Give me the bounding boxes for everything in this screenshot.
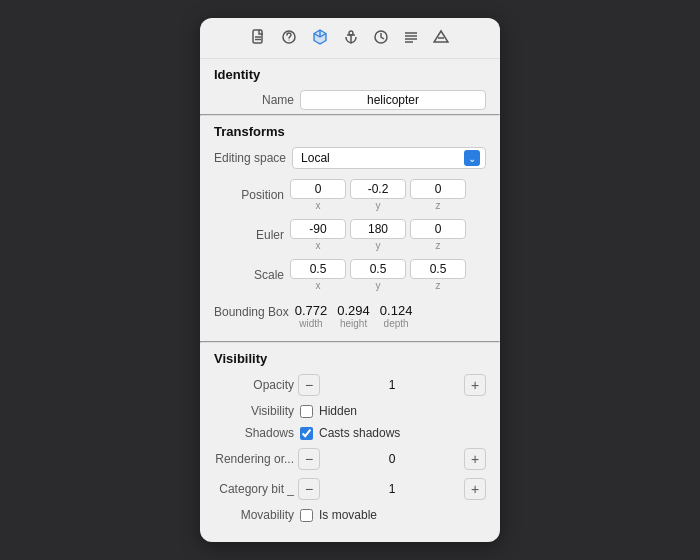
position-y-group: y [350,179,406,211]
scale-x-group: x [290,259,346,291]
bb-width-label: width [299,318,322,329]
euler-z-input[interactable] [410,219,466,239]
position-z-label: z [436,200,441,211]
scale-x-label: x [316,280,321,291]
shadows-row: Shadows Casts shadows [200,422,500,444]
position-x-label: x [316,200,321,211]
visibility-row: Visibility Hidden [200,400,500,422]
opacity-decrease-button[interactable]: − [298,374,320,396]
bb-depth-value: 0.124 [380,303,413,318]
position-xyz: x y z [290,179,466,211]
movability-label: Movability [214,508,294,522]
bounding-box-label: Bounding Box [214,303,289,321]
is-movable-label: Is movable [319,508,377,522]
name-label: Name [214,93,294,107]
position-x-input[interactable] [290,179,346,199]
scale-z-input[interactable] [410,259,466,279]
toolbar [200,18,500,59]
visibility-checkbox[interactable] [300,405,313,418]
rendering-decrease-button[interactable]: − [298,448,320,470]
scale-y-group: y [350,259,406,291]
bb-width-value: 0.772 [295,303,328,318]
scale-xyz: x y z [290,259,466,291]
svg-marker-16 [434,31,448,42]
category-label: Category bit _ [214,482,294,496]
bb-depth-label: depth [384,318,409,329]
file-icon[interactable] [251,29,267,49]
position-label: Position [214,184,284,206]
casts-shadows-label: Casts shadows [319,426,400,440]
transforms-header: Transforms [200,116,500,143]
bb-height-label: height [340,318,367,329]
rendering-row: Rendering or... − 0 + [200,444,500,474]
svg-point-4 [289,40,290,41]
euler-row: Euler x y z [200,215,500,255]
bb-height-value: 0.294 [337,303,370,318]
cube-icon[interactable] [311,28,329,50]
position-y-label: y [376,200,381,211]
bb-width-group: 0.772 width [295,303,328,329]
opacity-value: 1 [324,378,460,392]
opacity-label: Opacity [214,378,294,392]
rendering-value: 0 [324,452,460,466]
euler-label: Euler [214,224,284,246]
scale-z-label: z [436,280,441,291]
opacity-row: Opacity − 1 + [200,370,500,400]
shadows-label: Shadows [214,426,294,440]
euler-z-group: z [410,219,466,251]
position-z-group: z [410,179,466,211]
bb-height-group: 0.294 height [337,303,370,329]
movability-checkbox[interactable] [300,509,313,522]
bounding-box-values: 0.772 width 0.294 height 0.124 depth [295,303,413,329]
clock-icon[interactable] [373,29,389,49]
editing-space-label: Editing space [214,147,286,169]
lines-icon[interactable] [403,29,419,49]
position-x-group: x [290,179,346,211]
rendering-increase-button[interactable]: + [464,448,486,470]
position-y-input[interactable] [350,179,406,199]
euler-z-label: z [436,240,441,251]
identity-header: Identity [200,59,500,86]
visibility-header: Visibility [200,343,500,370]
euler-x-label: x [316,240,321,251]
name-row: Name [200,86,500,114]
opacity-increase-button[interactable]: + [464,374,486,396]
anchor-icon[interactable] [343,29,359,49]
scale-y-input[interactable] [350,259,406,279]
hidden-label: Hidden [319,404,357,418]
editing-space-select[interactable]: Local [292,147,486,169]
category-value: 1 [324,482,460,496]
shadows-checkbox[interactable] [300,427,313,440]
visibility-label: Visibility [214,404,294,418]
euler-x-input[interactable] [290,219,346,239]
scale-x-input[interactable] [290,259,346,279]
euler-y-label: y [376,240,381,251]
category-decrease-button[interactable]: − [298,478,320,500]
scale-z-group: z [410,259,466,291]
position-row: Position x y z [200,173,500,215]
euler-y-input[interactable] [350,219,406,239]
rendering-label: Rendering or... [214,452,294,466]
bounding-box-row: Bounding Box 0.772 width 0.294 height 0.… [200,295,500,333]
euler-xyz: x y z [290,219,466,251]
euler-y-group: y [350,219,406,251]
position-z-input[interactable] [410,179,466,199]
editing-space-row: Editing space Local ⌄ [200,143,500,173]
scale-label: Scale [214,264,284,286]
category-increase-button[interactable]: + [464,478,486,500]
name-input[interactable] [300,90,486,110]
editing-space-select-wrapper: Local ⌄ [292,147,486,169]
category-row: Category bit _ − 1 + [200,474,500,504]
inspector-panel: Identity Name Transforms Editing space L… [200,18,500,542]
movability-row: Movability Is movable [200,504,500,526]
scale-y-label: y [376,280,381,291]
bb-depth-group: 0.124 depth [380,303,413,329]
triangle-icon[interactable] [433,29,449,49]
scale-row: Scale x y z [200,255,500,295]
euler-x-group: x [290,219,346,251]
question-icon[interactable] [281,29,297,49]
